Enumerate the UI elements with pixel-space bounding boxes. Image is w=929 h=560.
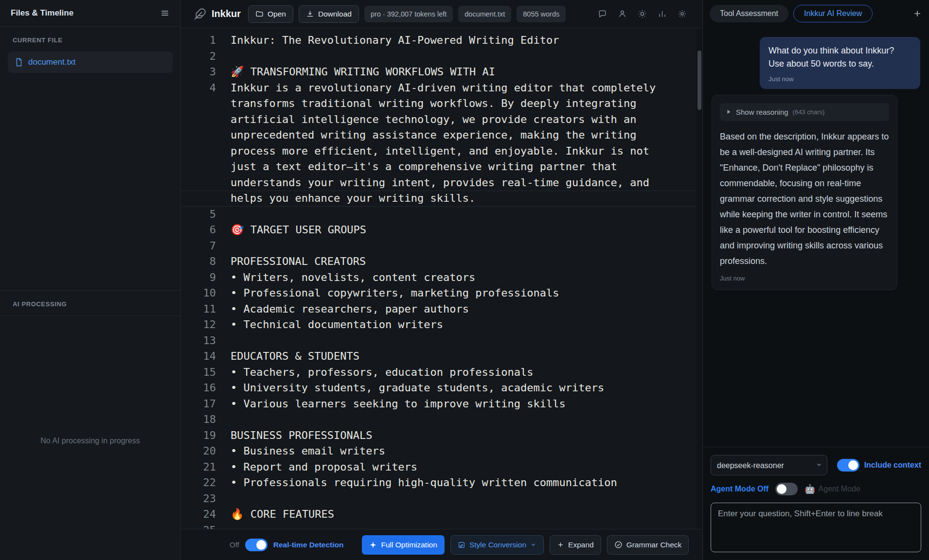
- ai-processing-section: AI PROCESSING No AI processing in progre…: [0, 290, 180, 560]
- full-optimization-button[interactable]: Full Optimization: [362, 535, 444, 555]
- editor-line[interactable]: 15• Teachers, professors, education prof…: [181, 365, 702, 381]
- settings-gear-icon[interactable]: [674, 6, 690, 22]
- ai-message-time: Just now: [720, 275, 889, 282]
- realtime-off-label: Off: [230, 541, 239, 549]
- line-text[interactable]: • Writers, novelists, content creators: [216, 270, 678, 286]
- line-text[interactable]: 🚀 TRANSFORMING WRITING WORKFLOWS WITH AI: [216, 64, 678, 80]
- editor-line[interactable]: 2: [181, 49, 702, 65]
- line-text[interactable]: BUSINESS PROFESSIONALS: [216, 428, 678, 444]
- reasoning-char-count: (643 chars): [793, 108, 825, 116]
- line-number: 6: [181, 222, 216, 238]
- line-number: 3: [181, 64, 216, 80]
- line-text[interactable]: • Professional copywriters, marketing pr…: [216, 285, 678, 301]
- editor-line[interactable]: 8PROFESSIONAL CREATORS: [181, 254, 702, 270]
- expand-button[interactable]: Expand: [550, 535, 601, 555]
- line-text[interactable]: [216, 333, 678, 349]
- line-text[interactable]: Inkkur is a revolutionary AI-driven writ…: [216, 80, 678, 207]
- line-text[interactable]: • Report and proposal writers: [216, 459, 678, 475]
- ai-message-text: Based on the description, Inkkur appears…: [720, 129, 889, 269]
- assistant-panel: Tool Assessment Inkkur AI Review What do…: [702, 0, 929, 560]
- editor-line[interactable]: 22• Professionals requiring high-quality…: [181, 475, 702, 491]
- editor-line[interactable]: 24🔥 CORE FEATURES: [181, 507, 702, 523]
- line-text[interactable]: • Academic researchers, paper authors: [216, 301, 678, 317]
- line-text[interactable]: [216, 491, 678, 507]
- line-text[interactable]: • Professionals requiring high-quality w…: [216, 475, 678, 491]
- editor-line[interactable]: 6🎯 TARGET USER GROUPS: [181, 222, 702, 238]
- editor-line[interactable]: 1Inkkur: The Revolutionary AI-Powered Wr…: [181, 33, 702, 49]
- agent-mode-toggle[interactable]: [775, 483, 798, 495]
- app-name: Inkkur: [212, 8, 241, 19]
- editor-line[interactable]: 7: [181, 238, 702, 254]
- line-text[interactable]: [216, 523, 678, 529]
- include-context-group: Include context: [837, 459, 921, 472]
- chat-area: What do you think about Inkkur? Use abou…: [703, 27, 929, 447]
- chevron-down-icon: [530, 542, 536, 548]
- user-icon[interactable]: [614, 6, 630, 22]
- editor-line[interactable]: 23: [181, 491, 702, 507]
- editor-line[interactable]: 5: [181, 207, 702, 223]
- comment-icon[interactable]: [594, 6, 610, 22]
- line-text[interactable]: [216, 238, 678, 254]
- stats-chart-icon[interactable]: [654, 6, 670, 22]
- file-item-document[interactable]: document.txt: [8, 52, 173, 73]
- line-number: 20: [181, 443, 216, 459]
- editor-line[interactable]: 11• Academic researchers, paper authors: [181, 301, 702, 317]
- line-text[interactable]: [216, 49, 678, 65]
- realtime-detection-toggle[interactable]: [245, 539, 268, 551]
- show-reasoning-toggle[interactable]: Show reasoning (643 chars): [720, 103, 889, 121]
- line-text[interactable]: • Teachers, professors, education profes…: [216, 365, 678, 381]
- editor-line[interactable]: 10• Professional copywriters, marketing …: [181, 285, 702, 301]
- line-text[interactable]: [216, 412, 678, 428]
- new-chat-plus-icon[interactable]: [912, 9, 922, 18]
- style-conversion-label: Style Conversion: [469, 541, 526, 549]
- download-button[interactable]: Download: [299, 5, 359, 23]
- full-optimization-label: Full Optimization: [381, 541, 437, 549]
- line-text[interactable]: PROFESSIONAL CREATORS: [216, 254, 678, 270]
- assistant-controls: deepseek-reasoner Include context Agent …: [703, 447, 929, 560]
- line-text[interactable]: EDUCATORS & STUDENTS: [216, 349, 678, 365]
- editor-line[interactable]: 12• Technical documentation writers: [181, 317, 702, 333]
- assistant-tabs: Tool Assessment Inkkur AI Review: [703, 0, 929, 27]
- editor-line[interactable]: 4Inkkur is a revolutionary AI-driven wri…: [181, 80, 702, 207]
- user-message-bubble: What do you think about Inkkur? Use abou…: [760, 37, 920, 89]
- editor-line[interactable]: 19BUSINESS PROFESSIONALS: [181, 428, 702, 444]
- editor-line[interactable]: 9• Writers, novelists, content creators: [181, 270, 702, 286]
- model-row: deepseek-reasoner Include context: [711, 455, 921, 475]
- tab-tool-assessment[interactable]: Tool Assessment: [710, 5, 788, 22]
- editor-line[interactable]: 3🚀 TRANSFORMING WRITING WORKFLOWS WITH A…: [181, 64, 702, 80]
- line-text[interactable]: • Various learners seeking to improve wr…: [216, 396, 678, 412]
- line-text[interactable]: 🎯 TARGET USER GROUPS: [216, 222, 678, 238]
- editor-line[interactable]: 20• Business email writers: [181, 443, 702, 459]
- editor-line[interactable]: 21• Report and proposal writers: [181, 459, 702, 475]
- open-button[interactable]: Open: [248, 5, 293, 23]
- question-input[interactable]: [711, 503, 921, 552]
- grammar-check-button[interactable]: Grammar Check: [607, 535, 689, 555]
- line-text[interactable]: • Business email writers: [216, 443, 678, 459]
- line-number: 8: [181, 254, 216, 270]
- style-conversion-button[interactable]: Style Conversion: [450, 535, 544, 555]
- editor-line[interactable]: 13: [181, 333, 702, 349]
- include-context-toggle[interactable]: [837, 459, 859, 472]
- editor-toolbar: Inkkur Open Download pro · 392,007 token…: [181, 0, 702, 28]
- model-select[interactable]: deepseek-reasoner: [711, 455, 827, 475]
- line-text[interactable]: Inkkur: The Revolutionary AI-Powered Wri…: [216, 33, 678, 49]
- sidebar-title: Files & Timeline: [11, 8, 73, 18]
- editor-line[interactable]: 14EDUCATORS & STUDENTS: [181, 349, 702, 365]
- line-text[interactable]: [216, 207, 678, 223]
- line-number: 24: [181, 507, 216, 523]
- editor-line[interactable]: 18: [181, 412, 702, 428]
- style-pen-icon: [458, 541, 465, 549]
- tab-inkkur-ai-review[interactable]: Inkkur AI Review: [793, 5, 873, 22]
- theme-sun-icon[interactable]: [634, 6, 650, 22]
- line-number: 23: [181, 491, 216, 507]
- editor-line[interactable]: 16• University students, graduate studen…: [181, 380, 702, 396]
- text-editor[interactable]: 1Inkkur: The Revolutionary AI-Powered Wr…: [181, 28, 702, 529]
- plus-icon: [557, 541, 564, 548]
- editor-line[interactable]: 25: [181, 523, 702, 529]
- line-text[interactable]: • University students, graduate students…: [216, 380, 678, 396]
- editor-scrollbar-thumb[interactable]: [697, 51, 701, 110]
- line-text[interactable]: 🔥 CORE FEATURES: [216, 507, 678, 523]
- line-text[interactable]: • Technical documentation writers: [216, 317, 678, 333]
- editor-line[interactable]: 17• Various learners seeking to improve …: [181, 396, 702, 412]
- hamburger-menu-icon[interactable]: [160, 8, 170, 18]
